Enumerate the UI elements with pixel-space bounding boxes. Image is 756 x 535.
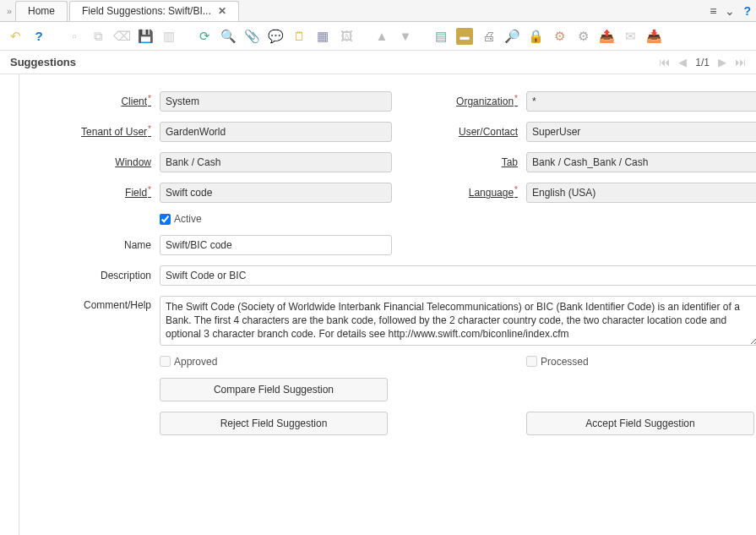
window-field[interactable] xyxy=(160,152,392,172)
new-icon[interactable]: ▫ xyxy=(66,28,83,45)
import-icon[interactable]: 📥 xyxy=(645,28,662,45)
language-label[interactable]: Language xyxy=(403,187,521,199)
first-record-icon[interactable]: ⏮ xyxy=(659,56,670,68)
chat-icon[interactable]: 💬 xyxy=(267,28,284,45)
description-field[interactable] xyxy=(160,265,756,286)
client-field[interactable] xyxy=(160,91,392,112)
reject-button[interactable]: Reject Field Suggestion xyxy=(160,412,388,435)
approved-label: Approved xyxy=(174,356,217,368)
lock-icon[interactable]: 🔒 xyxy=(527,28,544,45)
report-icon[interactable]: ▤ xyxy=(432,28,449,45)
save-icon[interactable]: 💾 xyxy=(137,28,154,45)
organization-label[interactable]: Organization xyxy=(403,96,521,107)
grid-icon[interactable]: ▦ xyxy=(314,28,331,45)
last-record-icon[interactable]: ⏭ xyxy=(735,56,746,68)
close-icon[interactable]: ✕ xyxy=(218,5,226,17)
client-label[interactable]: Client xyxy=(36,96,155,107)
window-label[interactable]: Window xyxy=(36,156,155,168)
search-icon[interactable]: 🔍 xyxy=(220,28,237,45)
record-navigator: ⏮ ◀ 1/1 ▶ ⏭ xyxy=(659,56,746,68)
language-field[interactable] xyxy=(526,183,756,203)
usercontact-label[interactable]: User/Contact xyxy=(403,126,521,138)
active-label: Active xyxy=(174,213,202,225)
mail-icon[interactable]: ✉ xyxy=(622,28,639,45)
image-icon[interactable]: 🖼 xyxy=(338,28,355,45)
form-content: Client Organization Tenant of User User/… xyxy=(19,74,756,535)
processed-checkbox-row: Processed xyxy=(526,356,756,368)
compare-button[interactable]: Compare Field Suggestion xyxy=(160,378,388,401)
undo-icon[interactable]: ↶ xyxy=(7,28,24,45)
tab-label[interactable]: Tab xyxy=(403,156,521,168)
tenant-label[interactable]: Tenant of User xyxy=(36,126,155,138)
copy-icon[interactable]: ⧉ xyxy=(90,28,106,45)
tabs-scroll-left[interactable]: » xyxy=(3,6,15,16)
collapse-icon[interactable]: ⌄ xyxy=(725,4,735,18)
description-label: Description xyxy=(36,270,155,281)
name-label: Name xyxy=(36,239,155,251)
active-checkbox-row: Active xyxy=(160,213,392,225)
prev-record-icon[interactable]: ◀ xyxy=(678,56,687,68)
tab-home-label: Home xyxy=(28,5,55,17)
next-record-icon[interactable]: ▶ xyxy=(718,56,726,68)
up-icon[interactable]: ▲ xyxy=(373,28,390,45)
accept-button[interactable]: Accept Field Suggestion xyxy=(526,412,754,435)
process-icon[interactable]: ⚙ xyxy=(551,28,568,45)
print-icon[interactable]: 🖨 xyxy=(480,28,497,45)
menu-icon[interactable]: ≡ xyxy=(710,4,716,18)
approved-checkbox[interactable] xyxy=(160,356,171,367)
help-circle-icon[interactable]: ? xyxy=(30,28,47,45)
page-title: Suggestions xyxy=(10,56,76,68)
comment-label: Comment/Help xyxy=(36,296,155,311)
usercontact-field[interactable] xyxy=(526,122,756,142)
name-field[interactable] xyxy=(160,235,392,255)
processed-label: Processed xyxy=(541,356,589,368)
pager-text: 1/1 xyxy=(695,57,710,68)
approved-checkbox-row: Approved xyxy=(160,356,392,368)
field-field[interactable] xyxy=(160,183,392,203)
delete-icon[interactable]: ⌫ xyxy=(113,28,130,45)
help-icon[interactable]: ? xyxy=(743,4,751,18)
attachment-icon[interactable]: 📎 xyxy=(243,28,260,45)
field-label[interactable]: Field xyxy=(36,187,155,199)
archive-icon[interactable]: ▬ xyxy=(456,28,473,45)
subheader: Suggestions ⏮ ◀ 1/1 ▶ ⏭ xyxy=(0,51,756,74)
organization-field[interactable] xyxy=(526,91,756,112)
gear-icon[interactable]: ⚙ xyxy=(574,28,591,45)
tab-field[interactable] xyxy=(526,152,756,172)
toolbar: ↶ ? ▫ ⧉ ⌫ 💾 ▥ ⟳ 🔍 📎 💬 🗒 ▦ 🖼 ▲ ▼ ▤ ▬ 🖨 🔎 … xyxy=(0,22,756,51)
tab-bar: » Home Field Suggestions: Swift/BI... ✕ … xyxy=(0,0,756,22)
down-icon[interactable]: ▼ xyxy=(397,28,414,45)
tab-field-suggestions[interactable]: Field Suggestions: Swift/BI... ✕ xyxy=(69,1,239,21)
note-icon[interactable]: 🗒 xyxy=(291,28,307,45)
tab-home[interactable]: Home xyxy=(15,1,68,21)
active-checkbox[interactable] xyxy=(160,214,171,225)
tab-active-label: Field Suggestions: Swift/BI... xyxy=(82,5,211,17)
refresh-icon[interactable]: ⟳ xyxy=(196,28,213,45)
export-icon[interactable]: 📤 xyxy=(598,28,615,45)
processed-checkbox[interactable] xyxy=(526,356,537,367)
tenant-field[interactable] xyxy=(160,122,392,142)
comment-field[interactable] xyxy=(160,296,756,346)
cards-icon[interactable]: ▥ xyxy=(160,28,177,45)
zoom-icon[interactable]: 🔎 xyxy=(503,28,520,45)
